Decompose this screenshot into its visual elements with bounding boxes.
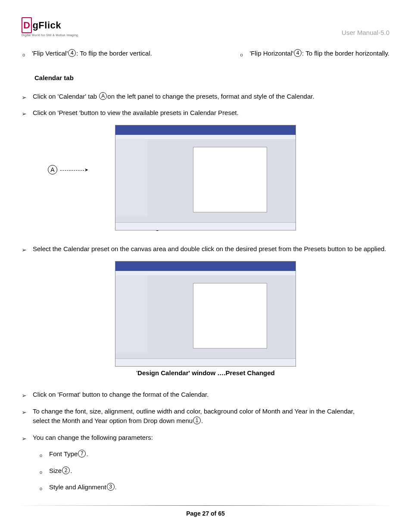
arrow-bullet-icon: ➢ xyxy=(22,391,27,400)
sub-style-alignment: Style and Alignment3. xyxy=(49,482,117,492)
bullet-change-font: To change the font, size, alignment, out… xyxy=(33,407,389,426)
footer-divider xyxy=(22,505,389,506)
circled-letter-a-icon: A xyxy=(48,165,57,174)
screenshot-design-calendar-2 xyxy=(115,261,296,367)
arrow-bullet-icon: ➢ xyxy=(22,434,27,443)
logo-tagline: Digital World for Still & Motion Imaging xyxy=(22,33,78,38)
logo: DgFlick Digital World for Still & Motion… xyxy=(22,17,78,38)
flip-options-row: o 'Flip Vertical'4: To flip the border v… xyxy=(22,49,389,59)
bullet-format-button: Click on 'Format' button to change the f… xyxy=(33,390,389,400)
logo-d-box: D xyxy=(22,17,32,33)
manual-version-label: User Manual-5.0 xyxy=(342,28,389,38)
circled-number-icon: 4 xyxy=(294,49,302,57)
circle-bullet: o xyxy=(240,51,244,59)
bullet-calendar-tab: Click on 'Calendar' tab Aon the left pan… xyxy=(33,92,389,102)
sub-size: Size2. xyxy=(49,466,72,476)
flip-vertical-text: 'Flip Vertical'4: To flip the border ver… xyxy=(32,49,152,59)
bullet-select-preset: Select the Calendar preset on the canvas… xyxy=(33,244,389,254)
arrow-bullet-icon: ➢ xyxy=(22,109,27,118)
circle-bullet: o xyxy=(39,469,43,476)
caption-screenshot-2: 'Design Calendar' window ….Preset Change… xyxy=(22,368,389,378)
flip-horizontal-text: 'Flip Horizontal'4: To flip the border h… xyxy=(250,49,390,59)
circle-bullet: o xyxy=(39,485,43,492)
page-footer: Page 27 of 65 xyxy=(22,509,389,518)
circle-bullet: o xyxy=(22,51,26,59)
logo-text: gFlick xyxy=(32,20,61,31)
circled-number-icon: 3 xyxy=(107,483,115,491)
bullet-parameters: You can change the following parameters: xyxy=(33,433,389,443)
sub-font-type: Font Type7. xyxy=(49,449,88,459)
page-header: DgFlick Digital World for Still & Motion… xyxy=(22,17,389,38)
circled-number-icon: 2 xyxy=(62,467,70,474)
arrow-bullet-icon: ➢ xyxy=(22,408,27,417)
arrow-bullet-icon: ➢ xyxy=(22,93,27,102)
screenshot-design-calendar-1 xyxy=(115,125,296,230)
circled-letter-icon: A xyxy=(99,92,107,100)
dashed-arrow-icon xyxy=(60,170,84,171)
bullet-preset-button: Click on 'Preset 'button to view the ava… xyxy=(33,108,389,118)
circle-bullet: o xyxy=(39,452,43,459)
circled-number-icon: 4 xyxy=(68,49,76,57)
arrow-bullet-icon: ➢ xyxy=(22,246,27,255)
circled-number-icon: 7 xyxy=(78,450,86,457)
section-heading-calendar-tab: Calendar tab xyxy=(34,73,389,83)
circled-number-icon: 1 xyxy=(193,417,201,424)
callout-a-indicator: A xyxy=(47,166,389,175)
